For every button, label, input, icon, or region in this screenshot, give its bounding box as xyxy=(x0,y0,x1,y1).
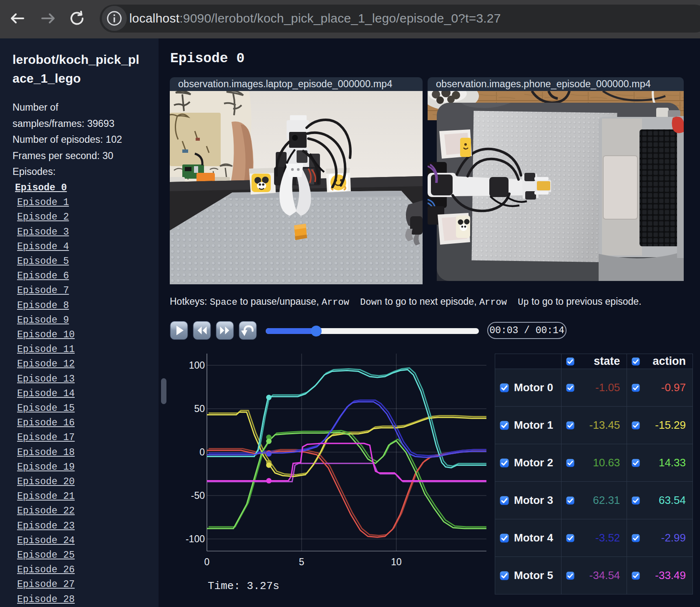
svg-text:10: 10 xyxy=(391,556,402,567)
svg-text:0: 0 xyxy=(199,447,205,458)
svg-text:0: 0 xyxy=(204,556,210,567)
svg-text:-100: -100 xyxy=(186,534,205,544)
svg-text:5: 5 xyxy=(299,556,305,567)
svg-text:50: 50 xyxy=(194,403,205,414)
svg-text:-50: -50 xyxy=(191,490,205,501)
svg-text:100: 100 xyxy=(189,360,205,371)
